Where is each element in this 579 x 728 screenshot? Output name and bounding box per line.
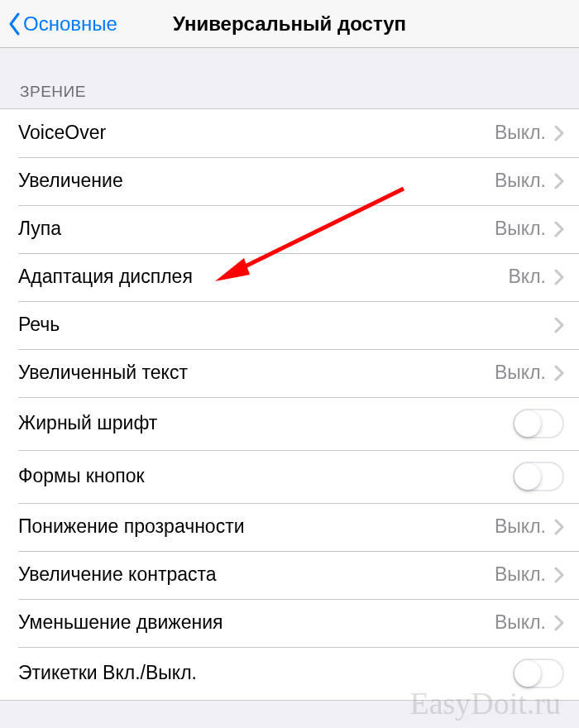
settings-row[interactable]: УвеличениеВыкл.	[0, 157, 579, 205]
settings-row[interactable]: Речь	[0, 301, 579, 349]
settings-row[interactable]: ЛупаВыкл.	[0, 205, 579, 253]
settings-row-value: Вкл.	[509, 266, 546, 289]
chevron-right-icon	[554, 125, 564, 141]
settings-row-value: Выкл.	[495, 122, 546, 145]
settings-row-value: Выкл.	[495, 170, 546, 193]
settings-row[interactable]: Адаптация дисплеяВкл.	[0, 253, 579, 301]
settings-row-value: Выкл.	[495, 362, 546, 385]
settings-row[interactable]: Жирный шрифт	[0, 397, 579, 450]
back-button-label: Основные	[23, 12, 117, 36]
settings-row[interactable]: Уменьшение движенияВыкл.	[0, 599, 579, 647]
settings-row-value: Выкл.	[495, 563, 546, 587]
toggle-knob	[514, 463, 541, 490]
chevron-right-icon	[554, 567, 564, 583]
back-button[interactable]: Основные	[8, 12, 117, 36]
settings-row-label: Речь	[18, 314, 554, 337]
chevron-right-icon	[554, 519, 564, 535]
settings-row-value: Выкл.	[495, 611, 546, 635]
chevron-right-icon	[554, 615, 564, 631]
settings-row-label: VoiceOver	[18, 122, 495, 145]
settings-group-vision: VoiceOverВыкл.УвеличениеВыкл.ЛупаВыкл.Ад…	[0, 108, 579, 701]
settings-row[interactable]: Увеличение контрастаВыкл.	[0, 551, 579, 599]
section-header-vision: ЗРЕНИЕ	[0, 48, 579, 108]
chevron-right-icon	[554, 269, 564, 285]
settings-row[interactable]: Увеличенный текстВыкл.	[0, 349, 579, 397]
settings-row-label: Лупа	[18, 218, 495, 241]
settings-row-label: Увеличенный текст	[18, 362, 495, 385]
settings-row-label: Увеличение контраста	[18, 563, 495, 587]
chevron-right-icon	[554, 317, 564, 333]
chevron-right-icon	[554, 173, 564, 189]
settings-row[interactable]: VoiceOverВыкл.	[0, 109, 579, 157]
settings-row-label: Увеличение	[18, 170, 495, 193]
settings-row[interactable]: Понижение прозрачностиВыкл.	[0, 503, 579, 551]
settings-row-label: Формы кнопок	[18, 465, 513, 488]
settings-row[interactable]: Этикетки Вкл./Выкл.	[0, 647, 579, 700]
settings-row-label: Этикетки Вкл./Выкл.	[18, 662, 513, 685]
settings-row-label: Уменьшение движения	[18, 611, 495, 635]
settings-row-label: Адаптация дисплея	[18, 266, 509, 289]
toggle-knob	[514, 660, 541, 687]
toggle-knob	[514, 410, 541, 437]
toggle-switch[interactable]	[513, 462, 564, 491]
settings-row-label: Жирный шрифт	[18, 412, 513, 435]
chevron-right-icon	[554, 221, 564, 237]
settings-row-value: Выкл.	[495, 218, 546, 241]
toggle-switch[interactable]	[513, 659, 564, 688]
chevron-right-icon	[554, 365, 564, 381]
toggle-switch[interactable]	[513, 409, 564, 438]
chevron-left-icon	[8, 12, 22, 36]
settings-row-value: Выкл.	[495, 515, 546, 539]
navbar: Основные Универсальный доступ	[0, 0, 579, 48]
settings-row[interactable]: Формы кнопок	[0, 450, 579, 503]
settings-row-label: Понижение прозрачности	[18, 515, 495, 539]
